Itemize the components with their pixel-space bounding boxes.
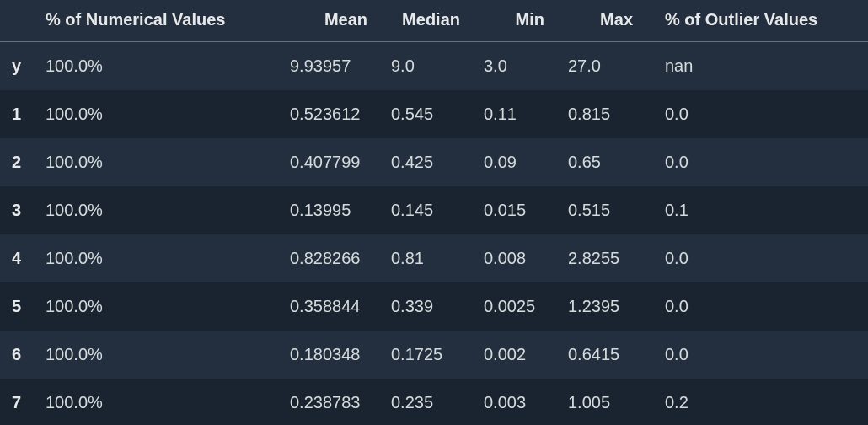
cell-idx: y xyxy=(0,42,34,90)
cell-pct-numerical: 100.0% xyxy=(34,138,278,186)
cell-min: 0.0025 xyxy=(472,282,556,331)
table-header-row: % of Numerical Values Mean Median Min Ma… xyxy=(0,0,868,42)
cell-pct-outlier: 0.0 xyxy=(645,90,868,138)
cell-pct-numerical: 100.0% xyxy=(34,331,278,379)
cell-idx: 2 xyxy=(0,138,34,186)
cell-idx: 5 xyxy=(0,282,34,331)
cell-mean: 9.93957 xyxy=(278,42,379,90)
cell-median: 0.81 xyxy=(379,234,472,282)
table-row: 6 100.0% 0.180348 0.1725 0.002 0.6415 0.… xyxy=(0,331,868,379)
cell-mean: 0.238783 xyxy=(278,379,379,426)
table-row: 7 100.0% 0.238783 0.235 0.003 1.005 0.2 xyxy=(0,379,868,426)
cell-pct-outlier: 0.0 xyxy=(645,331,868,379)
cell-pct-outlier: 0.0 xyxy=(645,234,868,282)
cell-pct-outlier: 0.1 xyxy=(645,186,868,234)
cell-median: 0.235 xyxy=(379,379,472,426)
cell-max: 0.815 xyxy=(556,90,645,138)
cell-idx: 7 xyxy=(0,379,34,426)
table-row: y 100.0% 9.93957 9.0 3.0 27.0 nan xyxy=(0,42,868,90)
table-row: 1 100.0% 0.523612 0.545 0.11 0.815 0.0 xyxy=(0,90,868,138)
cell-min: 0.09 xyxy=(472,138,556,186)
cell-pct-numerical: 100.0% xyxy=(34,379,278,426)
cell-pct-numerical: 100.0% xyxy=(34,234,278,282)
cell-max: 0.515 xyxy=(556,186,645,234)
cell-max: 1.2395 xyxy=(556,282,645,331)
cell-mean: 0.358844 xyxy=(278,282,379,331)
cell-min: 0.11 xyxy=(472,90,556,138)
header-pct-numerical: % of Numerical Values xyxy=(34,0,278,42)
cell-mean: 0.407799 xyxy=(278,138,379,186)
cell-median: 0.1725 xyxy=(379,331,472,379)
cell-idx: 6 xyxy=(0,331,34,379)
cell-min: 0.008 xyxy=(472,234,556,282)
table-row: 2 100.0% 0.407799 0.425 0.09 0.65 0.0 xyxy=(0,138,868,186)
cell-pct-outlier: 0.0 xyxy=(645,282,868,331)
table-row: 4 100.0% 0.828266 0.81 0.008 2.8255 0.0 xyxy=(0,234,868,282)
cell-max: 0.6415 xyxy=(556,331,645,379)
cell-mean: 0.13995 xyxy=(278,186,379,234)
cell-min: 0.003 xyxy=(472,379,556,426)
stats-table: % of Numerical Values Mean Median Min Ma… xyxy=(0,0,868,425)
table-body: y 100.0% 9.93957 9.0 3.0 27.0 nan 1 100.… xyxy=(0,42,868,426)
cell-mean: 0.523612 xyxy=(278,90,379,138)
cell-min: 3.0 xyxy=(472,42,556,90)
cell-pct-numerical: 100.0% xyxy=(34,282,278,331)
cell-median: 9.0 xyxy=(379,42,472,90)
header-index xyxy=(0,0,34,42)
cell-pct-numerical: 100.0% xyxy=(34,186,278,234)
cell-min: 0.002 xyxy=(472,331,556,379)
header-min: Min xyxy=(472,0,556,42)
header-median: Median xyxy=(379,0,472,42)
cell-idx: 4 xyxy=(0,234,34,282)
cell-idx: 1 xyxy=(0,90,34,138)
header-max: Max xyxy=(556,0,645,42)
header-mean: Mean xyxy=(278,0,379,42)
cell-max: 1.005 xyxy=(556,379,645,426)
stats-table-container: % of Numerical Values Mean Median Min Ma… xyxy=(0,0,868,425)
cell-mean: 0.180348 xyxy=(278,331,379,379)
cell-mean: 0.828266 xyxy=(278,234,379,282)
cell-pct-outlier: 0.0 xyxy=(645,138,868,186)
cell-max: 27.0 xyxy=(556,42,645,90)
cell-max: 2.8255 xyxy=(556,234,645,282)
cell-pct-outlier: 0.2 xyxy=(645,379,868,426)
cell-idx: 3 xyxy=(0,186,34,234)
cell-pct-numerical: 100.0% xyxy=(34,42,278,90)
header-pct-outlier: % of Outlier Values xyxy=(645,0,868,42)
cell-max: 0.65 xyxy=(556,138,645,186)
table-row: 3 100.0% 0.13995 0.145 0.015 0.515 0.1 xyxy=(0,186,868,234)
cell-pct-outlier: nan xyxy=(645,42,868,90)
cell-median: 0.425 xyxy=(379,138,472,186)
table-row: 5 100.0% 0.358844 0.339 0.0025 1.2395 0.… xyxy=(0,282,868,331)
cell-median: 0.145 xyxy=(379,186,472,234)
cell-median: 0.545 xyxy=(379,90,472,138)
cell-median: 0.339 xyxy=(379,282,472,331)
cell-pct-numerical: 100.0% xyxy=(34,90,278,138)
cell-min: 0.015 xyxy=(472,186,556,234)
